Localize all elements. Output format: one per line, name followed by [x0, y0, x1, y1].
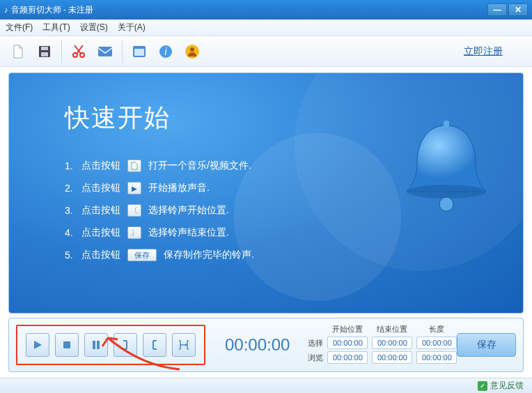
- row-browse-label: 浏览: [304, 353, 323, 363]
- browse-end[interactable]: 00:00:00: [372, 351, 412, 364]
- svg-point-11: [190, 47, 194, 52]
- mark-end-button[interactable]: [143, 333, 166, 357]
- feedback-icon: ✓: [478, 381, 487, 391]
- select-start[interactable]: 00:00:00: [327, 337, 368, 349]
- header-end: 结束位置: [372, 324, 412, 334]
- footer: ✓ 意见反馈: [0, 378, 532, 393]
- menubar: 文件(F) 工具(T) 设置(S) 关于(A): [0, 20, 532, 36]
- svg-rect-16: [93, 341, 95, 349]
- app-window: ♪ 音频剪切大师 - 未注册 — ✕ 文件(F) 工具(T) 设置(S) 关于(…: [0, 0, 532, 393]
- cut-button[interactable]: [69, 42, 88, 61]
- browse-length[interactable]: 00:00:00: [416, 351, 457, 364]
- play-icon: ▶: [127, 182, 141, 194]
- window-title: 音频剪切大师 - 未注册: [11, 4, 94, 16]
- svg-rect-15: [63, 341, 70, 348]
- save-button[interactable]: [35, 42, 54, 61]
- svg-rect-17: [97, 341, 100, 349]
- step-2: 2.点击按钮▶开始播放声音.: [65, 182, 254, 194]
- step-5: 5.点击按钮保存保存制作完毕的铃声.: [65, 249, 254, 261]
- menu-tool[interactable]: 工具(T): [42, 22, 70, 33]
- svg-rect-7: [134, 49, 144, 56]
- header-start: 开始位置: [327, 324, 368, 334]
- menu-about[interactable]: 关于(A): [118, 22, 146, 33]
- pause-button[interactable]: [84, 333, 108, 357]
- row-select-label: 选择: [304, 338, 323, 348]
- save-big-button[interactable]: 保存: [457, 333, 516, 357]
- menu-setting[interactable]: 设置(S): [80, 22, 108, 33]
- minimize-button[interactable]: —: [487, 3, 507, 16]
- svg-rect-5: [98, 47, 112, 56]
- new-file-button[interactable]: [8, 42, 28, 61]
- svg-rect-2: [41, 52, 48, 56]
- browse-start[interactable]: 00:00:00: [327, 351, 368, 364]
- toolbar: i 立即注册: [0, 36, 532, 67]
- time-display: 00:00:00: [225, 335, 290, 355]
- step-4: 4.点击按钮〕选择铃声结束位置.: [65, 226, 254, 239]
- position-panel: 开始位置 结束位置 长度 选择 00:00:00 00:00:00 00:00:…: [304, 324, 457, 366]
- app-icon: ♪: [4, 6, 8, 14]
- select-end[interactable]: 00:00:00: [372, 337, 412, 349]
- email-button[interactable]: [95, 42, 115, 61]
- select-length[interactable]: 00:00:00: [416, 337, 457, 349]
- bottom-panel: 00:00:00 开始位置 结束位置 长度 选择 00:00:00 00:00:…: [8, 318, 524, 372]
- svg-point-13: [439, 197, 453, 211]
- info-button[interactable]: i: [156, 42, 175, 61]
- header-length: 长度: [416, 324, 457, 334]
- titlebar: ♪ 音频剪切大师 - 未注册 — ✕: [0, 0, 532, 20]
- person-button[interactable]: [182, 42, 202, 61]
- mark-start-button[interactable]: [114, 333, 137, 357]
- step-1: 1.点击按钮打开一个音乐/视频文件.: [65, 160, 254, 172]
- svg-rect-1: [41, 47, 48, 50]
- step-3: 3.点击按钮〔选择铃声开始位置.: [65, 204, 254, 217]
- playback-controls: [16, 325, 205, 365]
- mark-end-icon: 〕: [127, 226, 141, 239]
- svg-point-12: [407, 185, 486, 199]
- play-button[interactable]: [26, 333, 49, 357]
- bell-icon: [398, 115, 495, 226]
- mark-start-icon: 〔: [127, 204, 141, 217]
- register-link[interactable]: 立即注册: [464, 45, 503, 58]
- quick-start-title: 快速开始: [65, 101, 171, 135]
- save-small-icon: 保存: [127, 249, 157, 261]
- menu-file[interactable]: 文件(F): [6, 22, 33, 33]
- svg-rect-14: [444, 121, 449, 128]
- feedback-link[interactable]: 意见反馈: [490, 380, 524, 392]
- quick-start-steps: 1.点击按钮打开一个音乐/视频文件. 2.点击按钮▶开始播放声音. 3.点击按钮…: [65, 150, 254, 271]
- close-button[interactable]: ✕: [508, 3, 528, 16]
- stop-button[interactable]: [55, 333, 79, 357]
- main-panel: 快速开始 1.点击按钮打开一个音乐/视频文件. 2.点击按钮▶开始播放声音. 3…: [8, 72, 524, 314]
- window-button[interactable]: [130, 42, 149, 61]
- range-button[interactable]: [172, 333, 196, 357]
- open-icon: [127, 160, 141, 172]
